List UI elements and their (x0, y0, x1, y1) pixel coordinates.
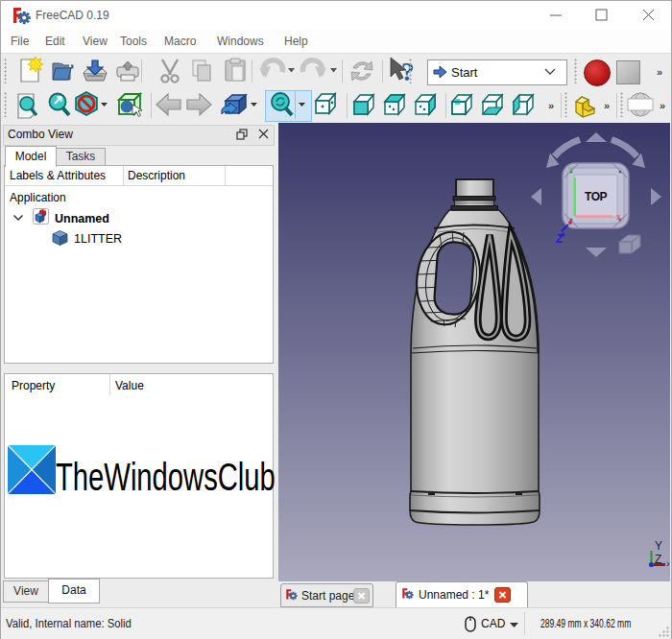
svg-text:Y: Y (568, 165, 574, 175)
svg-text:TOP: TOP (585, 190, 607, 203)
svg-text:Y: Y (655, 539, 662, 553)
svg-text:Z: Z (555, 232, 564, 246)
svg-text:x: x (616, 212, 621, 222)
svg-text:›: › (666, 557, 670, 569)
svg-text:Z: Z (655, 553, 661, 566)
